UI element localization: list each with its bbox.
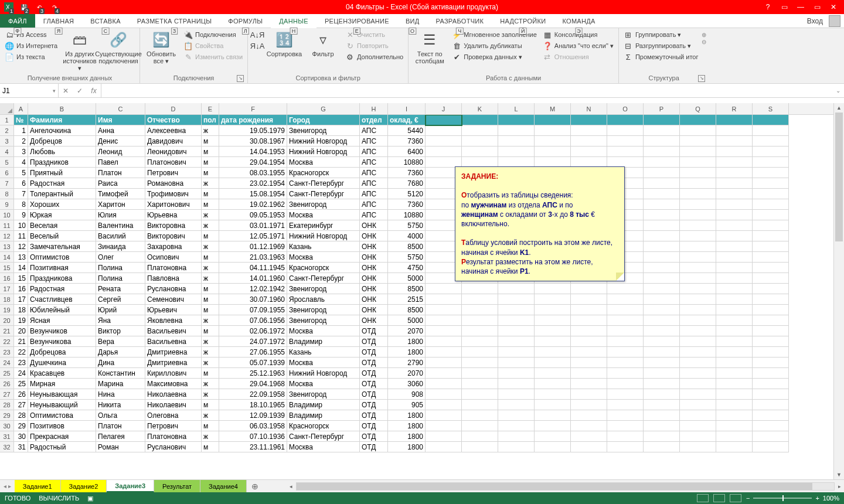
cell[interactable]: Везунчиков	[28, 326, 96, 336]
cell[interactable]	[644, 189, 680, 199]
cell[interactable]	[716, 136, 753, 147]
cell[interactable]: АПС	[360, 147, 388, 157]
cell[interactable]	[644, 210, 680, 220]
cell[interactable]	[426, 431, 462, 442]
cell[interactable]: АПС	[360, 210, 388, 220]
row-header[interactable]: 12	[0, 231, 14, 241]
cell[interactable]: ОНК	[360, 263, 388, 273]
grid-rows[interactable]: 1№ФамилияИмяОтчествополдата рожденияГоро…	[0, 115, 833, 479]
cell[interactable]: Москва	[287, 357, 360, 368]
cell[interactable]	[498, 336, 535, 347]
cell[interactable]	[426, 294, 462, 305]
cell[interactable]	[753, 157, 789, 168]
cell[interactable]	[607, 442, 644, 452]
row-header[interactable]: 3	[0, 136, 14, 147]
cell[interactable]: 23	[14, 357, 28, 368]
cell[interactable]	[753, 252, 789, 263]
cell[interactable]: Москва	[287, 252, 360, 263]
cell[interactable]	[716, 157, 753, 168]
cell[interactable]	[644, 400, 680, 410]
cell[interactable]: 12.05.1971	[219, 231, 287, 241]
cell[interactable]	[571, 442, 607, 452]
cell[interactable]	[426, 421, 462, 431]
cell[interactable]	[716, 115, 753, 125]
cell[interactable]	[716, 231, 753, 241]
cell[interactable]: АПС	[360, 136, 388, 147]
cell[interactable]	[535, 315, 571, 326]
cell[interactable]: Вера	[96, 336, 145, 347]
cell[interactable]: АПС	[360, 125, 388, 136]
cell[interactable]: Ангелочкина	[28, 125, 96, 136]
cell[interactable]: Приятный	[28, 168, 96, 178]
cell[interactable]: 14.01.1960	[219, 273, 287, 284]
cell[interactable]	[607, 379, 644, 389]
cell[interactable]: Юркая	[28, 210, 96, 220]
cell[interactable]	[462, 115, 498, 125]
cell[interactable]: Москва	[287, 326, 360, 336]
cell[interactable]: 18.10.1965	[219, 400, 287, 410]
cell[interactable]	[535, 431, 571, 442]
cell[interactable]: Алексеевна	[145, 125, 202, 136]
cell[interactable]: 26	[14, 389, 28, 400]
scroll-thumb[interactable]	[835, 113, 843, 241]
cell[interactable]: Красногорск	[287, 263, 360, 273]
cell[interactable]	[607, 400, 644, 410]
col-header-K[interactable]: K	[462, 103, 498, 114]
cell[interactable]: 9	[14, 210, 28, 220]
cell[interactable]: Роман	[96, 442, 145, 452]
cell[interactable]	[462, 125, 498, 136]
cell[interactable]	[498, 294, 535, 305]
tab-вид[interactable]: ВИДО	[397, 14, 428, 28]
cell[interactable]	[426, 125, 462, 136]
cell[interactable]: 31	[14, 442, 28, 452]
cell[interactable]: 29	[14, 421, 28, 431]
cell[interactable]	[716, 421, 753, 431]
cell[interactable]	[644, 347, 680, 357]
cell[interactable]: 4000	[388, 231, 426, 241]
cell[interactable]	[498, 389, 535, 400]
cell[interactable]: 23.02.1954	[219, 178, 287, 189]
cell[interactable]: ОНК	[360, 231, 388, 241]
from-other-sources-button[interactable]: 🗃Из других источников ▾	[61, 29, 98, 73]
subtotal-button[interactable]: ΣПромежуточный итог	[621, 52, 701, 62]
cell[interactable]: 29.04.1968	[219, 379, 287, 389]
cell[interactable]	[680, 326, 716, 336]
cell[interactable]: Ярославль	[287, 294, 360, 305]
cell[interactable]: Отчество	[145, 115, 202, 125]
cell[interactable]	[753, 368, 789, 379]
cell[interactable]: ж	[202, 210, 219, 220]
cell[interactable]: Харитонович	[145, 199, 202, 210]
cell[interactable]: ж	[202, 357, 219, 368]
sort-desc-button[interactable]: Я↓А	[250, 40, 264, 51]
cell[interactable]: ОНК	[360, 315, 388, 326]
cell[interactable]	[607, 347, 644, 357]
cell[interactable]: Праздников	[28, 157, 96, 168]
cell[interactable]: Виктор	[96, 326, 145, 336]
cell[interactable]	[680, 442, 716, 452]
expand-level-icon[interactable]: ⊕	[702, 32, 706, 38]
cell[interactable]: 2070	[388, 368, 426, 379]
cell[interactable]: 8500	[388, 305, 426, 315]
col-header-A[interactable]: A	[14, 103, 28, 114]
tab-вставка[interactable]: ВСТАВКАС	[82, 14, 128, 28]
cell[interactable]	[680, 241, 716, 252]
col-header-P[interactable]: P	[644, 103, 680, 114]
cell[interactable]: 7360	[388, 199, 426, 210]
cell[interactable]	[462, 421, 498, 431]
cell[interactable]	[753, 189, 789, 199]
cell[interactable]: 01.12.1969	[219, 241, 287, 252]
cell[interactable]: 23.11.1961	[219, 442, 287, 452]
cell[interactable]: Звенигород	[287, 284, 360, 294]
cell[interactable]: Нижний Новгород	[287, 136, 360, 147]
cell[interactable]	[716, 431, 753, 442]
cell[interactable]: ж	[202, 431, 219, 442]
cell[interactable]: Веселый	[28, 231, 96, 241]
cell[interactable]	[535, 305, 571, 315]
cell[interactable]	[680, 400, 716, 410]
refresh-all-button[interactable]: 🔄Обновить все ▾	[142, 29, 180, 66]
tab-рецензирование[interactable]: РЕЦЕНЗИРОВАНИЕЕ	[316, 14, 397, 28]
data-validation-button[interactable]: ✔Проверка данных ▾	[450, 52, 539, 62]
cell[interactable]	[644, 421, 680, 431]
cell[interactable]	[535, 336, 571, 347]
cell[interactable]: 2515	[388, 294, 426, 305]
